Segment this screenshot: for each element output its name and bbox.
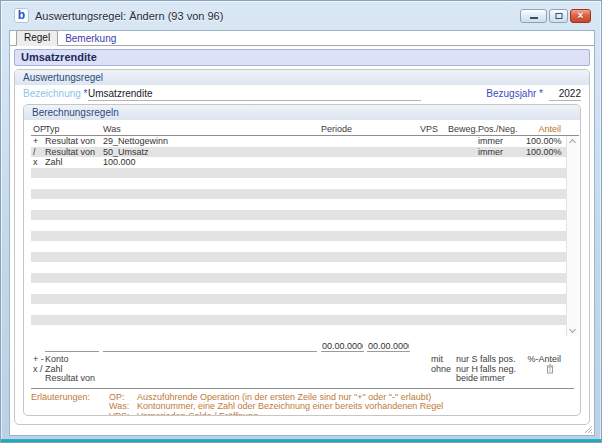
cell-periode-von	[321, 157, 367, 168]
scroll-down-icon[interactable]	[569, 326, 576, 333]
cell-anteil	[526, 157, 566, 168]
resize-grip[interactable]	[583, 424, 592, 433]
window-controls: ×	[520, 9, 591, 23]
cell-anteil: 100.00%	[526, 147, 566, 158]
col-header-posneg: Pos./Neg.	[478, 124, 526, 134]
bezugsjahr-input[interactable]	[549, 87, 581, 101]
legend-posneg-immer: immer	[478, 374, 526, 384]
col-header-was: Was	[103, 124, 321, 134]
bezugsjahr-label: Bezugsjahr *	[486, 88, 543, 99]
title-bar[interactable]: b Auswertungsregel: Ändern (93 von 96) ×	[1, 1, 601, 30]
legend-vps-spacer	[420, 374, 448, 384]
legend-typ-resultat-von: Resultat von	[45, 374, 103, 384]
legend-p2-spacer	[367, 355, 411, 365]
close-icon: ×	[571, 10, 590, 22]
table-row[interactable]: + Resultat von 29_Nettogewinn immer 100.…	[31, 136, 566, 147]
tab-bemerkung[interactable]: Bemerkung	[58, 32, 123, 46]
cell-gap	[411, 147, 420, 158]
form-field-row: Bezeichnung * Bezugsjahr *	[15, 85, 589, 102]
rules-table: OP Typ Was Periode VPS Beweg. Pos./Neg. …	[31, 122, 579, 384]
required-marker: *	[84, 88, 88, 99]
cell-was: 29_Nettogewinn	[103, 136, 321, 147]
legend-beweg-beide: beide	[448, 374, 478, 384]
cell-typ: Zahl	[45, 157, 103, 168]
col-header-vps: VPS	[420, 124, 448, 134]
cell-beweg	[448, 157, 478, 168]
cell-op: /	[31, 147, 45, 158]
bezugsjahr-label-text: Bezugsjahr	[486, 88, 536, 99]
legend-was-spacer	[103, 355, 321, 365]
empty-rows-area[interactable]	[31, 168, 566, 337]
col-header-anteil: Anteil	[526, 124, 566, 134]
dialog-content: Regel Bemerkung Umsatzrendite Auswertung…	[9, 30, 595, 436]
trash-icon[interactable]	[546, 364, 554, 374]
table-row[interactable]: / Resultat von 50_Umsatz immer 100.00%	[31, 147, 566, 158]
legend-op-spacer	[31, 374, 45, 384]
cell-periode-von	[321, 136, 367, 147]
legend-gap	[411, 374, 420, 384]
cell-gap	[411, 136, 420, 147]
minimize-icon	[530, 17, 538, 19]
legend-p1-spacer	[321, 374, 367, 384]
minimize-button[interactable]	[520, 9, 547, 23]
col-header-periode: Periode	[321, 124, 367, 134]
maximize-icon	[555, 13, 562, 19]
legend-was-spacer	[103, 374, 321, 384]
rules-table-cells: + Resultat von 29_Nettogewinn immer 100.…	[31, 136, 566, 336]
maximize-button[interactable]	[549, 9, 568, 23]
cell-beweg	[448, 136, 478, 147]
cell-typ: Resultat von	[45, 136, 103, 147]
cell-gap	[411, 157, 420, 168]
notes-title-spacer	[31, 402, 109, 412]
rules-table-header: OP Typ Was Periode VPS Beweg. Pos./Neg. …	[31, 122, 579, 136]
vertical-scrollbar[interactable]	[566, 136, 579, 336]
cell-vps	[420, 136, 448, 147]
edit-periode-von-input[interactable]	[321, 341, 364, 352]
notes-title-spacer	[31, 412, 109, 417]
legend-anteil-label: %-Anteil	[526, 355, 566, 365]
legend-p1-spacer	[321, 365, 367, 375]
legend-anteil-trash	[526, 365, 566, 375]
auswertungsregel-group: Auswertungsregel Bezeichnung * Bezugsjah…	[14, 69, 590, 425]
note-key-vps: VPS:	[109, 412, 137, 417]
cell-beweg	[448, 147, 478, 158]
scroll-up-icon[interactable]	[569, 139, 576, 146]
edit-typ-input[interactable]	[45, 341, 99, 352]
legend-vps-ohne: ohne	[420, 365, 448, 375]
cell-posneg: immer	[478, 136, 526, 147]
col-header-op: OP	[31, 124, 45, 134]
tab-regel[interactable]: Regel	[16, 30, 58, 46]
cell-was: 50_Umsatz	[103, 147, 321, 158]
cell-op: +	[31, 136, 45, 147]
legend-gap	[411, 365, 420, 375]
note-line-vps: VPS: Vorperioden-Saldo / Eröffnung	[31, 412, 574, 417]
rule-title-banner: Umsatzrendite	[14, 49, 590, 66]
cell-periode-bis	[367, 157, 411, 168]
berechnungsregeln-group: Berechnungsregeln OP Typ Was Periode VPS…	[23, 104, 581, 416]
legend-line-3: Resultat von beide immer	[31, 374, 579, 384]
legend-p2-spacer	[367, 365, 411, 375]
bezeichnung-label-text: Bezeichnung	[23, 88, 81, 99]
bezeichnung-input[interactable]	[88, 87, 421, 101]
required-marker: *	[539, 88, 543, 99]
edit-periode-bis-input[interactable]	[367, 341, 410, 352]
window-title: Auswertungsregel: Ändern (93 von 96)	[35, 10, 223, 22]
tab-bar: Regel Bemerkung	[14, 31, 590, 46]
legend-p2-spacer	[367, 374, 411, 384]
dialog-window: b Auswertungsregel: Ändern (93 von 96) ×…	[0, 0, 602, 443]
col-header-typ: Typ	[45, 124, 103, 134]
col-header-beweg: Beweg.	[448, 124, 478, 134]
cell-typ: Resultat von	[45, 147, 103, 158]
edit-was-input[interactable]	[103, 341, 317, 352]
rule-edit-row	[31, 340, 579, 352]
close-button[interactable]: ×	[570, 9, 591, 23]
table-row[interactable]: x Zahl 100.000	[31, 157, 566, 168]
cell-periode-bis	[367, 136, 411, 147]
legend-op-mult-div: x /	[31, 365, 45, 375]
cell-vps	[420, 157, 448, 168]
notes-separator	[31, 388, 574, 389]
cell-anteil: 100.00%	[526, 136, 566, 147]
bezeichnung-label: Bezeichnung *	[23, 88, 88, 99]
legend-p1-spacer	[321, 355, 367, 365]
legend-anteil-spacer	[526, 374, 566, 384]
